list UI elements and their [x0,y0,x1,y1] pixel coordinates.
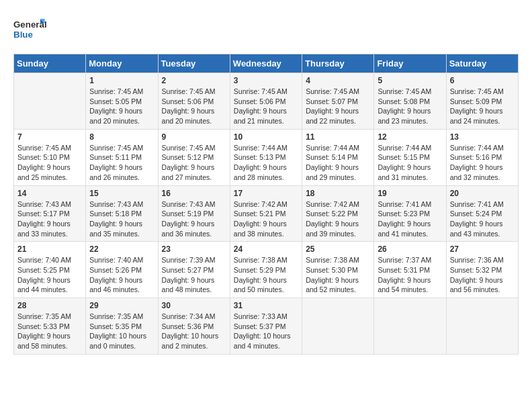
calendar-cell: 2Sunrise: 7:45 AM Sunset: 5:06 PM Daylig… [158,73,230,130]
calendar-cell: 27Sunrise: 7:36 AM Sunset: 5:32 PM Dayli… [446,242,518,298]
calendar-cell: 23Sunrise: 7:39 AM Sunset: 5:27 PM Dayli… [158,242,230,298]
day-info: Sunrise: 7:35 AM Sunset: 5:35 PM Dayligh… [89,312,154,351]
weekday-header-monday: Monday [86,54,158,73]
day-info: Sunrise: 7:45 AM Sunset: 5:05 PM Dayligh… [89,87,154,126]
calendar-cell: 8Sunrise: 7:45 AM Sunset: 5:11 PM Daylig… [86,129,158,185]
calendar-cell: 7Sunrise: 7:45 AM Sunset: 5:10 PM Daylig… [14,129,86,185]
calendar-cell: 10Sunrise: 7:44 AM Sunset: 5:13 PM Dayli… [230,129,302,185]
day-number: 1 [89,76,154,85]
day-info: Sunrise: 7:38 AM Sunset: 5:30 PM Dayligh… [306,255,370,295]
calendar-week-2: 14Sunrise: 7:43 AM Sunset: 5:17 PM Dayli… [14,185,519,242]
logo-svg: General Blue [13,13,47,47]
day-number: 26 [378,244,442,254]
calendar-cell: 19Sunrise: 7:41 AM Sunset: 5:23 PM Dayli… [374,185,446,242]
day-info: Sunrise: 7:40 AM Sunset: 5:25 PM Dayligh… [17,255,82,295]
weekday-header-thursday: Thursday [302,54,374,73]
calendar-cell: 24Sunrise: 7:38 AM Sunset: 5:29 PM Dayli… [230,242,302,298]
calendar-cell: 17Sunrise: 7:42 AM Sunset: 5:21 PM Dayli… [230,185,302,242]
day-info: Sunrise: 7:45 AM Sunset: 5:12 PM Dayligh… [162,143,226,183]
day-info: Sunrise: 7:34 AM Sunset: 5:36 PM Dayligh… [162,312,226,351]
calendar-cell: 22Sunrise: 7:40 AM Sunset: 5:26 PM Dayli… [86,242,158,298]
calendar-cell [374,298,446,355]
day-number: 12 [378,132,442,142]
svg-text:Blue: Blue [13,30,33,40]
day-info: Sunrise: 7:45 AM Sunset: 5:10 PM Dayligh… [17,143,82,183]
calendar-cell [446,298,518,355]
calendar-cell: 15Sunrise: 7:43 AM Sunset: 5:18 PM Dayli… [86,185,158,242]
day-info: Sunrise: 7:45 AM Sunset: 5:11 PM Dayligh… [89,143,154,183]
calendar-cell: 20Sunrise: 7:41 AM Sunset: 5:24 PM Dayli… [446,185,518,242]
calendar-cell: 5Sunrise: 7:45 AM Sunset: 5:08 PM Daylig… [374,73,446,130]
day-number: 9 [162,132,226,142]
day-number: 4 [306,76,370,85]
day-number: 5 [378,76,442,85]
calendar-cell: 21Sunrise: 7:40 AM Sunset: 5:25 PM Dayli… [14,242,86,298]
calendar-cell: 13Sunrise: 7:44 AM Sunset: 5:16 PM Dayli… [446,129,518,185]
weekday-header-row: SundayMondayTuesdayWednesdayThursdayFrid… [14,54,519,73]
calendar-cell: 26Sunrise: 7:37 AM Sunset: 5:31 PM Dayli… [374,242,446,298]
day-number: 14 [17,189,82,198]
calendar-table: SundayMondayTuesdayWednesdayThursdayFrid… [13,54,519,355]
calendar-cell: 30Sunrise: 7:34 AM Sunset: 5:36 PM Dayli… [158,298,230,355]
day-info: Sunrise: 7:40 AM Sunset: 5:26 PM Dayligh… [89,255,154,295]
day-number: 15 [89,189,154,198]
day-info: Sunrise: 7:44 AM Sunset: 5:16 PM Dayligh… [450,143,515,183]
day-number: 21 [17,244,82,254]
day-info: Sunrise: 7:44 AM Sunset: 5:13 PM Dayligh… [234,143,298,183]
day-info: Sunrise: 7:44 AM Sunset: 5:14 PM Dayligh… [306,143,370,183]
calendar-week-1: 7Sunrise: 7:45 AM Sunset: 5:10 PM Daylig… [14,129,519,185]
day-number: 22 [89,244,154,254]
day-number: 2 [162,76,226,85]
weekday-header-wednesday: Wednesday [230,54,302,73]
day-number: 30 [162,301,226,310]
calendar-week-4: 28Sunrise: 7:35 AM Sunset: 5:33 PM Dayli… [14,298,519,355]
day-info: Sunrise: 7:33 AM Sunset: 5:37 PM Dayligh… [234,312,298,351]
day-number: 16 [162,189,226,198]
day-info: Sunrise: 7:43 AM Sunset: 5:17 PM Dayligh… [17,199,82,239]
day-info: Sunrise: 7:38 AM Sunset: 5:29 PM Dayligh… [234,255,298,295]
day-info: Sunrise: 7:36 AM Sunset: 5:32 PM Dayligh… [450,255,515,295]
day-info: Sunrise: 7:43 AM Sunset: 5:18 PM Dayligh… [89,199,154,239]
day-info: Sunrise: 7:37 AM Sunset: 5:31 PM Dayligh… [378,255,442,295]
calendar-cell: 14Sunrise: 7:43 AM Sunset: 5:17 PM Dayli… [14,185,86,242]
day-number: 25 [306,244,370,254]
day-info: Sunrise: 7:35 AM Sunset: 5:33 PM Dayligh… [17,312,82,351]
day-info: Sunrise: 7:43 AM Sunset: 5:19 PM Dayligh… [162,199,226,239]
day-info: Sunrise: 7:45 AM Sunset: 5:07 PM Dayligh… [306,87,370,126]
day-info: Sunrise: 7:41 AM Sunset: 5:23 PM Dayligh… [378,199,442,239]
day-number: 20 [450,189,515,198]
calendar-cell: 28Sunrise: 7:35 AM Sunset: 5:33 PM Dayli… [14,298,86,355]
calendar-cell: 4Sunrise: 7:45 AM Sunset: 5:07 PM Daylig… [302,73,374,130]
calendar-week-0: 1Sunrise: 7:45 AM Sunset: 5:05 PM Daylig… [14,73,519,130]
day-number: 17 [234,189,298,198]
page-header: General Blue [13,13,519,47]
day-number: 11 [306,132,370,142]
calendar-cell: 11Sunrise: 7:44 AM Sunset: 5:14 PM Dayli… [302,129,374,185]
day-info: Sunrise: 7:41 AM Sunset: 5:24 PM Dayligh… [450,199,515,239]
logo: General Blue [13,13,47,47]
day-number: 7 [17,132,82,142]
day-info: Sunrise: 7:44 AM Sunset: 5:15 PM Dayligh… [378,143,442,183]
day-number: 8 [89,132,154,142]
day-info: Sunrise: 7:45 AM Sunset: 5:08 PM Dayligh… [378,87,442,126]
day-number: 23 [162,244,226,254]
weekday-header-sunday: Sunday [14,54,86,73]
day-number: 18 [306,189,370,198]
day-info: Sunrise: 7:45 AM Sunset: 5:09 PM Dayligh… [450,87,515,126]
day-number: 28 [17,301,82,310]
day-number: 19 [378,189,442,198]
weekday-header-tuesday: Tuesday [158,54,230,73]
weekday-header-saturday: Saturday [446,54,518,73]
day-info: Sunrise: 7:45 AM Sunset: 5:06 PM Dayligh… [234,87,298,126]
day-number: 13 [450,132,515,142]
day-number: 24 [234,244,298,254]
calendar-cell: 12Sunrise: 7:44 AM Sunset: 5:15 PM Dayli… [374,129,446,185]
day-number: 31 [234,301,298,310]
weekday-header-friday: Friday [374,54,446,73]
calendar-cell [14,73,86,130]
calendar-cell: 29Sunrise: 7:35 AM Sunset: 5:35 PM Dayli… [86,298,158,355]
day-number: 29 [89,301,154,310]
day-info: Sunrise: 7:45 AM Sunset: 5:06 PM Dayligh… [162,87,226,126]
calendar-week-3: 21Sunrise: 7:40 AM Sunset: 5:25 PM Dayli… [14,242,519,298]
calendar-cell: 25Sunrise: 7:38 AM Sunset: 5:30 PM Dayli… [302,242,374,298]
